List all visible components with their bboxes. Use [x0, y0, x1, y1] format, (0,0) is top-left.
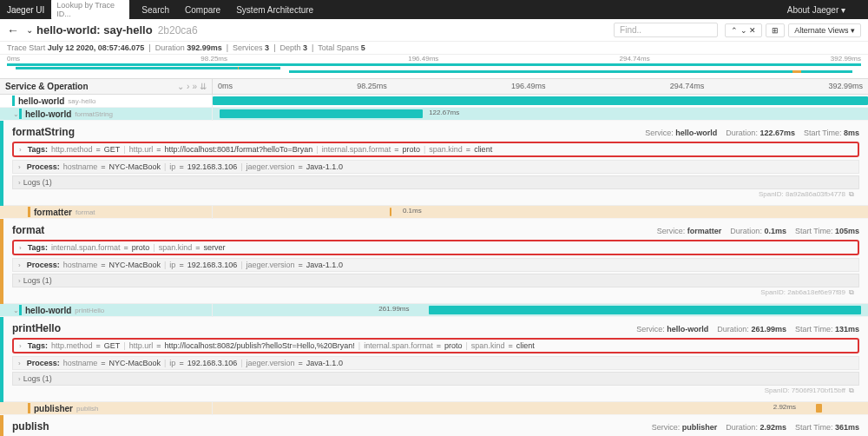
span-row-printhello[interactable]: ⌄hello-worldprintHello	[0, 304, 212, 317]
copy-icon[interactable]: ⧉	[849, 288, 854, 296]
about-menu[interactable]: About Jaeger ▾	[787, 5, 845, 15]
grid-icon[interactable]: ⊞	[766, 23, 785, 37]
logs-row[interactable]: ›Logs (1)	[12, 372, 859, 386]
trace-header: ← ⌄ hello-world: say-hello 2b20ca6 Find.…	[0, 19, 868, 42]
tags-row[interactable]: ›Tags: http.method = GET | http.url = ht…	[12, 338, 859, 353]
alt-views-menu[interactable]: Alternate Views ▾	[788, 23, 861, 37]
nav-search[interactable]: Search	[141, 5, 169, 15]
double-down-icon[interactable]: ⇊	[200, 82, 207, 91]
service-op-header: Service & Operation	[5, 82, 89, 91]
process-row[interactable]: ›Process: hostname = NYC-MacBook | ip = …	[12, 258, 859, 272]
brand: Jaeger UI	[7, 5, 44, 15]
copy-icon[interactable]: ⧉	[849, 190, 854, 198]
span-tree: hello-worldsay-hello ⌄hello-worldformatS…	[0, 95, 868, 121]
span-row-formatstring[interactable]: ⌄hello-worldformatString	[0, 108, 212, 121]
trace-lookup-input[interactable]: Lookup by Trace ID...	[51, 0, 129, 20]
process-row[interactable]: ›Process: hostname = NYC-MacBook | ip = …	[12, 160, 859, 174]
span-row-formatter[interactable]: formatterformat	[0, 206, 212, 219]
minimap[interactable]: 0ms 98.25ms 196.49ms 294.74ms 392.99ms	[0, 55, 868, 79]
detail-format: format Service: formatter Duration: 0.1m…	[0, 219, 868, 304]
find-nav[interactable]: ⌃ ⌄ ✕	[725, 23, 762, 37]
logs-row[interactable]: ›Logs (1)	[12, 274, 859, 287]
nav-architecture[interactable]: System Architecture	[236, 5, 313, 15]
find-input[interactable]: Find..	[614, 23, 718, 37]
detail-formatstring: formatString Service: hello-world Durati…	[0, 121, 868, 206]
topbar: Jaeger UI Lookup by Trace ID... Search C…	[0, 0, 868, 19]
span-row-sayhello[interactable]: hello-worldsay-hello	[0, 95, 212, 108]
tags-row[interactable]: ›Tags: internal.span.format = proto | sp…	[12, 240, 859, 255]
double-right-icon[interactable]: »	[192, 82, 197, 91]
tags-row[interactable]: ›Tags: http.method = GET | http.url = ht…	[12, 142, 859, 157]
column-header: Service & Operation ⌄ › » ⇊ 0ms 98.25ms …	[0, 79, 868, 95]
span-row-publisher[interactable]: publisherpublish	[0, 402, 212, 415]
collapse-icon[interactable]: ⌄	[26, 25, 33, 35]
back-icon[interactable]: ←	[7, 23, 19, 37]
detail-publish: publish Service: publisher Duration: 2.9…	[0, 415, 868, 436]
trace-title: hello-world: say-hello	[36, 23, 153, 36]
logs-row[interactable]: ›Logs (1)	[12, 175, 859, 189]
right-icon[interactable]: ›	[187, 82, 189, 91]
nav-compare[interactable]: Compare	[185, 5, 220, 15]
expand-icon[interactable]: ⌄	[177, 82, 184, 91]
trace-meta: Trace Start July 12 2020, 08:57:46.075 |…	[0, 42, 868, 55]
copy-icon[interactable]: ⧉	[849, 386, 854, 394]
process-row[interactable]: ›Process: hostname = NYC-MacBook | ip = …	[12, 356, 859, 370]
trace-id: 2b20ca6	[158, 24, 198, 36]
detail-printhello: printHello Service: hello-world Duration…	[0, 317, 868, 402]
